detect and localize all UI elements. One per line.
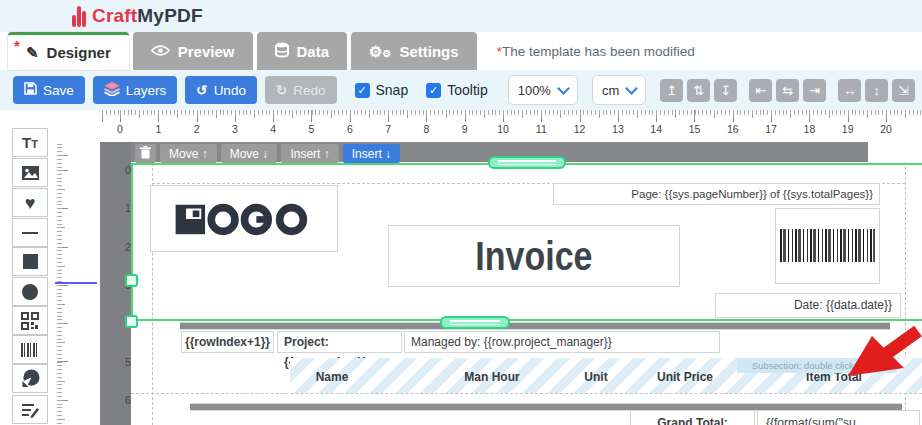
valign-center-button[interactable]: ⇅	[687, 79, 710, 102]
selection-left-handle[interactable]	[125, 274, 138, 287]
tooltip-label: Tooltip	[447, 82, 487, 98]
unit-select[interactable]: cm	[592, 75, 646, 105]
barcode-caption: ···························	[776, 257, 879, 262]
layers-icon	[104, 82, 120, 99]
qrcode-icon	[21, 312, 39, 330]
image-tool-button[interactable]	[12, 158, 48, 187]
hruler-number: 13	[612, 123, 624, 135]
pencil-icon: ✎	[26, 45, 39, 60]
context-move--row[interactable]: Move ↓	[221, 144, 278, 163]
stretch-horizontal-button[interactable]: ↔	[838, 79, 861, 102]
hruler-number: 7	[385, 123, 391, 135]
halign-center-button[interactable]: ⇆	[776, 79, 799, 102]
hruler-number: 2	[194, 123, 200, 135]
unit-value: cm	[602, 83, 619, 98]
column-header-unit-price[interactable]: Unit Price	[657, 370, 713, 384]
hruler-number: 8	[423, 123, 429, 135]
snap-checkbox[interactable]: ✓	[355, 83, 370, 98]
ellipse-icon	[22, 284, 38, 300]
date-element[interactable]: Date: {{data.date}}	[715, 293, 901, 318]
line-icon	[22, 232, 38, 234]
align-bottom-button[interactable]: ↧	[714, 79, 737, 102]
align-left-button[interactable]: ⇤	[749, 79, 772, 102]
align-top-button[interactable]: ↥	[660, 79, 683, 102]
page-number-element[interactable]: Page: {{sys.pageNumber}} of {{sys.totalP…	[553, 183, 880, 205]
stretch-vertical-button[interactable]: ↕	[865, 79, 888, 102]
brand-mypdf: MyPDF	[137, 5, 202, 26]
top-brand-bar: CraftMyPDF	[0, 0, 922, 32]
context-insert-[interactable]: Insert ↑	[281, 144, 338, 163]
hruler-number: 0	[117, 123, 123, 135]
text-tool-button[interactable]: TT	[12, 128, 48, 157]
grand-total-value-element[interactable]: {{format(sum("su	[757, 410, 920, 425]
align-right-icon: ⇥	[809, 83, 820, 98]
undo-label: Undo	[214, 83, 246, 98]
text-icon: TT	[22, 134, 38, 151]
tab-settings[interactable]: ⚙⚙ Settings	[351, 32, 477, 70]
tooltip-checkbox[interactable]: ✓	[426, 83, 441, 98]
column-header-man-hour[interactable]: Man Hour	[464, 370, 519, 384]
eye-icon	[151, 44, 170, 59]
stretch-vertical-icon: ↕	[874, 83, 881, 98]
project-element[interactable]: Project: {{row.project}}	[277, 331, 402, 353]
context-move--row[interactable]: Move ↑	[160, 144, 217, 163]
shrink-button[interactable]: ⇲	[892, 79, 915, 102]
horizontal-ruler: 01234567891011121314151617181920	[100, 110, 922, 142]
redo-button[interactable]: ↻ Redo	[265, 76, 337, 104]
barcode-tool-button[interactable]	[12, 335, 48, 364]
vruler-number: 6	[125, 394, 131, 406]
qrcode-tool-button[interactable]	[12, 306, 48, 335]
craftmypdf-app: CraftMyPDF * ✎ Designer Preview Data ⚙⚙ …	[0, 0, 922, 425]
halign-center-icon: ⇆	[782, 83, 793, 98]
rectangle-tool-button[interactable]	[12, 247, 48, 276]
rich-text-tool-button[interactable]	[12, 395, 48, 424]
chart-tool-button[interactable]	[12, 364, 48, 393]
selection-bottom-grip-handle[interactable]	[440, 316, 510, 329]
managed-by-element[interactable]: Managed by: {{row.project_manager}}	[404, 331, 720, 353]
zoom-select[interactable]: 100%	[508, 75, 578, 105]
brand-craft: Craft	[92, 5, 137, 26]
selection-corner-handle[interactable]	[125, 315, 138, 328]
gears-icon: ⚙⚙	[369, 44, 391, 59]
hruler-number: 17	[765, 123, 777, 135]
barcode-element[interactable]: ···························	[775, 208, 880, 284]
grand-total-label-element[interactable]: Grand Total:	[630, 410, 755, 425]
hruler-number: 9	[462, 123, 468, 135]
tab-data[interactable]: Data	[257, 32, 348, 70]
selection-top-grip-handle[interactable]	[488, 156, 566, 169]
column-header-unit[interactable]: Unit	[584, 370, 607, 384]
save-button[interactable]: Save	[13, 76, 85, 104]
row-section-band[interactable]	[180, 322, 890, 330]
designer-toolbar: Save Layers ↺ Undo ↻ Redo ✓ Snap ✓ Toolt…	[0, 70, 922, 110]
hruler-number: 20	[880, 123, 892, 135]
column-header-name[interactable]: Name	[316, 370, 349, 384]
line-tool-button[interactable]	[12, 218, 48, 247]
hruler-number: 14	[650, 123, 662, 135]
ellipse-tool-button[interactable]	[12, 277, 48, 306]
row-index-element[interactable]: {{rowIndex+1}}	[181, 331, 274, 353]
shrink-icon: ⇲	[898, 83, 909, 98]
invoice-title-element[interactable]: Invoice	[388, 225, 680, 287]
heart-icon: ♥	[25, 194, 36, 212]
vruler-number: 0	[125, 164, 131, 176]
tab-label: Designer	[47, 44, 111, 61]
delete-section-button[interactable]	[135, 144, 156, 163]
undo-button[interactable]: ↺ Undo	[185, 76, 257, 104]
hruler-number: 3	[232, 123, 238, 135]
align-right-button[interactable]: ⇥	[803, 79, 826, 102]
zoom-value: 100%	[518, 83, 551, 98]
hruler-number: 16	[727, 123, 739, 135]
context-insert-[interactable]: Insert ↓	[343, 144, 400, 163]
tab-preview[interactable]: Preview	[133, 32, 253, 70]
vruler-number: 5	[125, 356, 131, 368]
hruler-number: 12	[574, 123, 586, 135]
invoice-title-text: Invoice	[475, 234, 592, 279]
tab-label: Data	[297, 43, 330, 60]
redo-label: Redo	[293, 83, 325, 98]
layers-button[interactable]: Layers	[93, 76, 178, 104]
heart-tool-button[interactable]: ♥	[12, 188, 48, 217]
logo-element[interactable]	[150, 185, 338, 252]
tab-designer[interactable]: * ✎ Designer	[8, 32, 129, 70]
tab-label: Settings	[399, 43, 458, 60]
stretch-horizontal-icon: ↔	[843, 83, 856, 98]
